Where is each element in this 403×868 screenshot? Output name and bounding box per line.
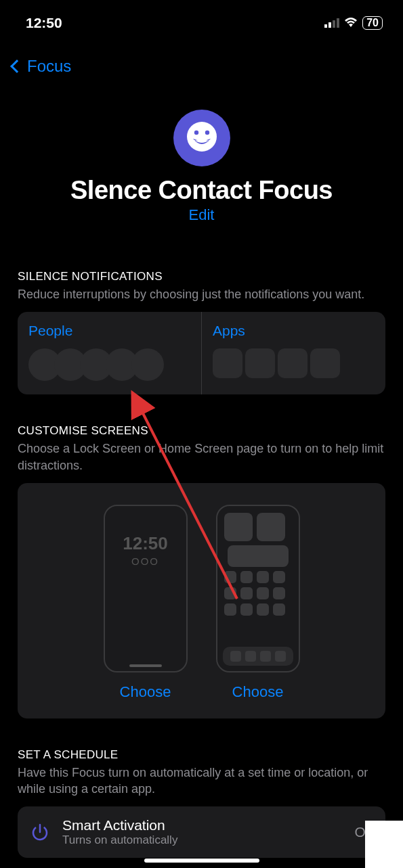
battery-icon: 70: [362, 16, 383, 30]
home-screen-choose[interactable]: Choose: [216, 505, 300, 701]
apps-label: Apps: [213, 323, 375, 339]
back-label: Focus: [27, 57, 71, 76]
smart-subtitle: Turns on automatically: [62, 833, 342, 847]
choose-home-label: Choose: [216, 683, 300, 701]
apps-placeholder: [213, 348, 375, 378]
customise-desc: Choose a Lock Screen or Home Screen page…: [18, 440, 385, 474]
customise-section: CUSTOMISE SCREENS Choose a Lock Screen o…: [0, 424, 403, 718]
lock-screen-choose[interactable]: 12:50 OOO Choose: [104, 505, 188, 701]
wifi-icon: [343, 15, 358, 31]
silence-section: SILENCE NOTIFICATIONS Reduce interruptio…: [0, 270, 403, 394]
cellular-icon: [324, 15, 339, 31]
lock-screen-preview: 12:50 OOO: [104, 505, 188, 672]
apps-button[interactable]: Apps: [202, 312, 385, 394]
focus-avatar: [173, 110, 230, 166]
smart-activation-row[interactable]: Smart Activation Turns on automatically …: [18, 806, 385, 858]
silence-desc: Reduce interruptions by choosing just th…: [18, 286, 385, 302]
svg-rect-2: [333, 20, 335, 28]
customise-header: CUSTOMISE SCREENS: [18, 424, 385, 438]
back-button[interactable]: Focus: [12, 57, 71, 76]
status-bar: 12:50 70: [0, 0, 403, 37]
grinning-face-icon: [186, 121, 217, 155]
focus-title: Slence Contact Focus: [14, 176, 389, 205]
silence-header: SILENCE NOTIFICATIONS: [18, 270, 385, 283]
schedule-desc: Have this Focus turn on automatically at…: [18, 764, 385, 798]
schedule-section: SET A SCHEDULE Have this Focus turn on a…: [0, 748, 403, 859]
svg-point-5: [194, 131, 198, 135]
home-screen-preview: [216, 505, 300, 672]
schedule-card: Smart Activation Turns on automatically …: [18, 806, 385, 858]
power-icon: [30, 822, 50, 842]
svg-point-6: [205, 131, 209, 135]
svg-rect-3: [337, 18, 339, 28]
silence-card: People Apps: [18, 312, 385, 394]
status-time: 12:50: [26, 15, 62, 31]
svg-rect-1: [328, 22, 331, 28]
screens-card: 12:50 OOO Choose Choose: [18, 483, 385, 718]
schedule-header: SET A SCHEDULE: [18, 748, 385, 762]
smart-title: Smart Activation: [62, 817, 342, 833]
chevron-left-icon: [10, 60, 24, 73]
choose-lock-label: Choose: [104, 683, 188, 701]
people-placeholder: [28, 348, 190, 381]
lock-dots: OOO: [105, 555, 186, 567]
edit-button[interactable]: Edit: [189, 206, 215, 224]
svg-rect-0: [324, 24, 327, 28]
lock-time: 12:50: [105, 533, 186, 554]
overlay-square: [365, 821, 403, 868]
svg-point-4: [187, 122, 217, 152]
status-right: 70: [324, 15, 383, 31]
home-indicator[interactable]: [144, 859, 259, 863]
nav-bar: Focus: [0, 37, 403, 83]
people-label: People: [28, 323, 190, 339]
focus-header: Slence Contact Focus Edit: [0, 83, 403, 231]
people-button[interactable]: People: [18, 312, 202, 394]
